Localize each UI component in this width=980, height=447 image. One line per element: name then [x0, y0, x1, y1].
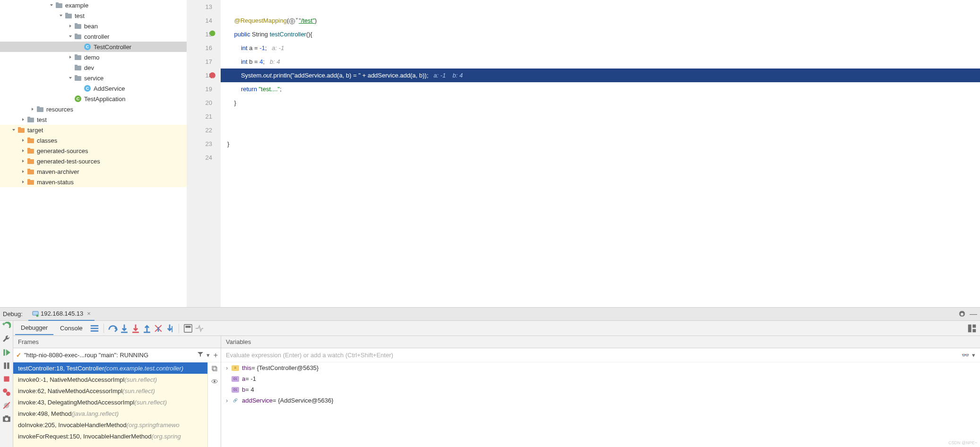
threads-icon[interactable]: [89, 323, 100, 334]
frames-list[interactable]: testController:18, TestController (com.e…: [13, 362, 207, 447]
rerun-icon[interactable]: [2, 322, 11, 330]
tree-folder-service[interactable]: service: [0, 73, 187, 83]
tree-folder-test2[interactable]: test: [0, 114, 187, 125]
chevron-right-icon[interactable]: ›: [226, 364, 232, 371]
chevron-down-icon[interactable]: ▾: [206, 352, 210, 359]
tree-folder-resources[interactable]: resources: [0, 104, 187, 114]
variable-row[interactable]: 01 a = -1: [221, 373, 980, 384]
variables-list[interactable]: › ≡ this = {TestController@5635} 01 a = …: [221, 362, 980, 447]
evaluate-icon[interactable]: [183, 323, 193, 334]
svg-rect-58: [213, 367, 217, 371]
line-number: 20: [187, 96, 212, 110]
spring-gutter-icon[interactable]: [209, 27, 215, 34]
force-step-into-icon[interactable]: [130, 323, 141, 334]
svg-rect-5: [75, 23, 77, 25]
close-tab-icon[interactable]: ×: [87, 310, 91, 317]
chevron-down-icon: [49, 3, 54, 8]
camera-icon[interactable]: [2, 414, 11, 423]
tree-folder-classes[interactable]: classes: [0, 135, 187, 146]
tree-file-addservice[interactable]: C AddService: [0, 83, 187, 94]
tree-folder-bean[interactable]: bean: [0, 21, 187, 31]
tab-console[interactable]: Console: [54, 322, 88, 335]
tab-debugger[interactable]: Debugger: [15, 321, 53, 335]
eye-icon[interactable]: [211, 378, 218, 386]
stack-frame[interactable]: invokeForRequest:150, InvocableHandlerMe…: [13, 430, 207, 442]
editor-gutter[interactable]: 13 14 15 16 17 18 19 20 21 22 23 24: [187, 0, 221, 307]
code-editor[interactable]: 13 14 15 16 17 18 19 20 21 22 23 24 @Req…: [187, 0, 980, 307]
tree-folder-controller[interactable]: controller: [0, 31, 187, 42]
run-to-cursor-icon[interactable]: I: [164, 323, 175, 334]
evaluate-input[interactable]: Evaluate expression (Enter) or add a wat…: [221, 348, 980, 362]
tree-folder-target[interactable]: target: [0, 125, 187, 135]
chevron-right-icon[interactable]: ›: [226, 397, 232, 404]
folder-icon: [27, 158, 34, 164]
chevron-down-icon: [68, 76, 73, 80]
svg-rect-44: [5, 415, 8, 417]
line-number: 22: [187, 123, 212, 137]
line-number: 24: [187, 151, 212, 164]
variable-row[interactable]: 01 b = 4: [221, 384, 980, 395]
line-number: 21: [187, 110, 212, 123]
tree-folder-gensources[interactable]: generated-sources: [0, 146, 187, 156]
debug-sidebar: [0, 321, 13, 447]
stack-frame[interactable]: invoke:62, NativeMethodAccessorImpl (sun…: [13, 385, 207, 396]
tree-folder-example[interactable]: example: [0, 0, 187, 10]
variable-row[interactable]: › ≡ this = {TestController@5635}: [221, 362, 980, 373]
svg-rect-46: [91, 327, 99, 329]
step-into-icon[interactable]: [119, 323, 129, 334]
breakpoint-icon[interactable]: [209, 72, 215, 78]
folder-icon: [56, 2, 62, 9]
layout-icon[interactable]: [967, 323, 977, 334]
tree-file-testapplication[interactable]: C TestApplication: [0, 94, 187, 104]
copy-icon[interactable]: [211, 365, 218, 373]
object-icon: ≡: [232, 365, 239, 371]
stack-frame[interactable]: invoke:498, Method (java.lang.reflect): [13, 408, 207, 419]
stack-frame[interactable]: invoke:43, DelegatingMethodAccessorImpl …: [13, 396, 207, 408]
mute-breakpoints-icon[interactable]: [2, 401, 11, 410]
code-line: [221, 151, 980, 164]
line-number: 13: [187, 0, 212, 14]
folder-icon: [27, 116, 34, 123]
tree-folder-dev[interactable]: dev: [0, 62, 187, 73]
tree-folder-gentestsources[interactable]: generated-test-sources: [0, 156, 187, 166]
svg-rect-34: [3, 349, 5, 356]
folder-icon: [27, 179, 34, 185]
svg-point-43: [5, 418, 8, 421]
tree-label: demo: [84, 54, 100, 61]
thread-selector[interactable]: ✓ "http-nio-8080-exec-...roup "main": RU…: [13, 348, 221, 362]
step-over-icon[interactable]: [108, 323, 118, 334]
stack-frame[interactable]: testController:18, TestController (com.e…: [13, 362, 207, 374]
stack-frame[interactable]: invoke0:-1, NativeMethodAccessorImpl (su…: [13, 374, 207, 385]
step-out-icon[interactable]: [142, 323, 152, 334]
svg-rect-53: [185, 326, 190, 327]
trace-icon[interactable]: [194, 323, 205, 334]
tree-label: example: [65, 2, 88, 9]
code-area[interactable]: @RequestMapping(˅"/test") public String …: [221, 0, 980, 307]
tree-label: test: [75, 12, 85, 19]
minimize-icon[interactable]: —: [970, 310, 977, 318]
tree-folder-mavenstatus[interactable]: maven-status: [0, 177, 187, 187]
pause-icon[interactable]: [2, 361, 11, 370]
project-tree[interactable]: example test bean controller C TestContr…: [0, 0, 187, 307]
tree-folder-demo[interactable]: demo: [0, 52, 187, 62]
filter-icon[interactable]: [197, 351, 204, 359]
tree-file-testcontroller[interactable]: C TestController: [0, 42, 187, 52]
chevron-down-icon[interactable]: ▾: [972, 352, 975, 359]
tree-folder-test[interactable]: test: [0, 10, 187, 21]
drop-frame-icon[interactable]: [153, 323, 163, 334]
gear-icon[interactable]: [958, 310, 966, 318]
glasses-icon[interactable]: 👓: [962, 352, 969, 359]
resume-icon[interactable]: [2, 348, 11, 357]
add-icon[interactable]: +: [214, 351, 218, 360]
stop-icon[interactable]: [2, 375, 11, 383]
code-line: [221, 110, 980, 123]
tree-label: generated-test-sources: [37, 158, 100, 165]
variable-row[interactable]: › 🔗 addService = {AddService@5636}: [221, 395, 980, 406]
breakpoints-icon[interactable]: [2, 388, 11, 396]
folder-icon: [75, 54, 81, 60]
svg-rect-29: [27, 179, 30, 181]
wrench-icon[interactable]: [2, 335, 11, 344]
run-config-tab[interactable]: 192.168.145.13 ×: [28, 308, 95, 321]
tree-folder-mavenarchiver[interactable]: maven-archiver: [0, 166, 187, 177]
stack-frame[interactable]: doInvoke:205, InvocableHandlerMethod (or…: [13, 419, 207, 430]
